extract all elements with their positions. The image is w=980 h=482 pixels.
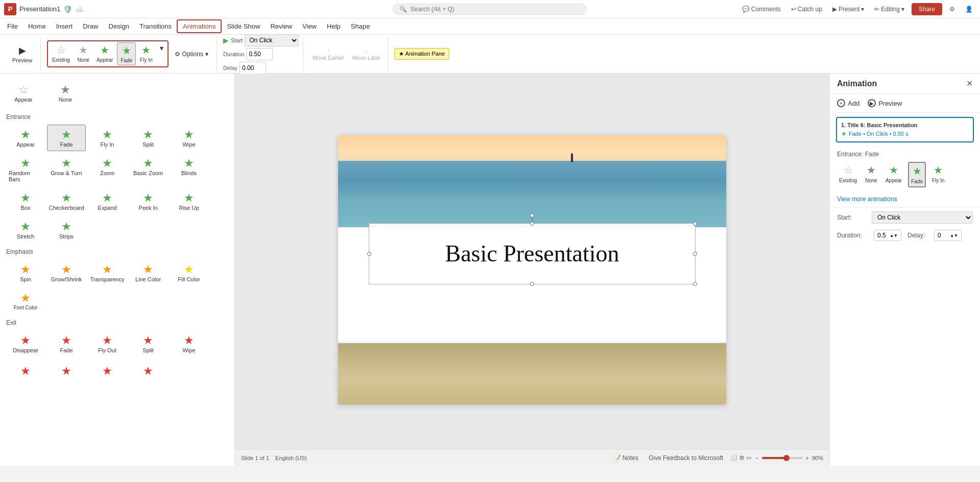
- catchup-button[interactable]: ↩ Catch up: [788, 4, 825, 14]
- anim-strips[interactable]: ★ Strips: [47, 216, 86, 243]
- anim-linecolor[interactable]: ★ Line Color: [129, 259, 168, 286]
- eo-existing[interactable]: ☆ Existing: [837, 162, 859, 187]
- options-btn[interactable]: ⚙ Options ▾: [171, 49, 212, 60]
- anim-zoom[interactable]: ★ Zoom: [88, 153, 127, 186]
- slide-title-text[interactable]: Basic Presentation: [445, 240, 619, 267]
- slide-show-icon[interactable]: ▭: [746, 454, 751, 461]
- menu-slideshow[interactable]: Slide Show: [222, 20, 265, 32]
- menu-animations[interactable]: Animations: [177, 19, 222, 33]
- menu-shape[interactable]: Shape: [346, 20, 375, 32]
- eo-appear[interactable]: ★ Appear: [883, 162, 904, 187]
- menu-insert[interactable]: Insert: [51, 20, 78, 32]
- notes-btn[interactable]: 📝 Notes: [610, 453, 641, 463]
- duration-spinner[interactable]: ▲▼: [890, 233, 898, 238]
- animation-pane-btn[interactable]: ★ Animation Pane: [394, 48, 449, 60]
- start-select[interactable]: On Click With Previous After Previous: [245, 34, 299, 46]
- menu-file[interactable]: File: [2, 20, 23, 32]
- duration-input[interactable]: [246, 48, 273, 60]
- handle-bottom[interactable]: [530, 282, 534, 286]
- zoom-in-icon[interactable]: +: [806, 455, 809, 461]
- present-button[interactable]: ▶ Present ▾: [829, 4, 867, 14]
- search-bar[interactable]: 🔍: [393, 4, 587, 15]
- flyin-btn[interactable]: ★ Fly In: [137, 42, 155, 65]
- anim-growshrink[interactable]: ★ Grow/Shrink: [47, 259, 86, 286]
- anim-wipe[interactable]: ★ Wipe: [170, 125, 208, 151]
- preview-animation-btn[interactable]: ▶ Preview: [868, 99, 902, 107]
- anim-exit-more2[interactable]: ★: [47, 361, 86, 381]
- handle-tr[interactable]: [693, 222, 697, 226]
- grid-view-icon[interactable]: ⊞: [739, 454, 744, 461]
- anim-exit-split[interactable]: ★ Split: [129, 330, 168, 357]
- anim-fade[interactable]: ★ Fade: [47, 125, 86, 151]
- fade-btn[interactable]: ★ Fade: [117, 42, 136, 65]
- menu-transitions[interactable]: Transitions: [134, 20, 177, 32]
- animation-list-item-1[interactable]: 1. Title 6: Basic Presentation ★ Fade • …: [836, 117, 974, 142]
- anim-box[interactable]: ★ Box: [6, 188, 45, 214]
- anim-none[interactable]: ★ None: [46, 80, 85, 106]
- eo-fade[interactable]: ★ Fade: [908, 162, 926, 187]
- anim-exit-more1[interactable]: ★: [6, 361, 45, 381]
- handle-right[interactable]: [693, 252, 697, 256]
- appear-btn[interactable]: ★ Appear: [93, 42, 116, 65]
- eo-flyin[interactable]: ★ Fly In: [930, 162, 946, 187]
- animation-pane-close[interactable]: ✕: [966, 79, 973, 88]
- share-button[interactable]: Share: [912, 3, 942, 15]
- anim-exit-wipe[interactable]: ★ Wipe: [170, 330, 208, 357]
- eo-none[interactable]: ★ None: [863, 162, 879, 187]
- anim-exit-fade[interactable]: ★ Fade: [47, 330, 86, 357]
- anim-blinds[interactable]: ★ Blinds: [170, 153, 208, 186]
- normal-view-icon[interactable]: ⬜: [730, 454, 737, 461]
- anim-flyin[interactable]: ★ Fly In: [88, 125, 127, 151]
- feedback-btn[interactable]: Give Feedback to Microsoft: [646, 453, 726, 463]
- anim-appear[interactable]: ★ Appear: [6, 125, 45, 151]
- none-btn[interactable]: ★ None: [74, 42, 92, 65]
- delay-input[interactable]: [240, 62, 266, 74]
- move-later-btn[interactable]: ↓ Move Later: [349, 46, 384, 62]
- anim-riseup[interactable]: ★ Rise Up: [170, 188, 208, 214]
- existing-btn[interactable]: ☆ Existing: [49, 42, 73, 65]
- anim-checkerboard[interactable]: ★ Checkerboard: [47, 188, 86, 214]
- move-earlier-btn[interactable]: ↑ Move Earlier: [309, 46, 347, 62]
- anim-exit-more3[interactable]: ★: [88, 361, 127, 381]
- rotation-handle[interactable]: [530, 213, 534, 221]
- anim-spin[interactable]: ★ Spin: [6, 259, 45, 286]
- anim-expand[interactable]: ★ Expand: [88, 188, 127, 214]
- zoom-out-icon[interactable]: −: [755, 455, 758, 461]
- menu-design[interactable]: Design: [104, 20, 134, 32]
- editing-button[interactable]: ✏ Editing ▾: [871, 4, 907, 14]
- user-button[interactable]: 👤: [962, 4, 976, 14]
- menu-view[interactable]: View: [297, 20, 322, 32]
- more-animations-btn[interactable]: ▾: [157, 42, 166, 65]
- menu-home[interactable]: Home: [23, 20, 51, 32]
- menu-draw[interactable]: Draw: [78, 20, 103, 32]
- menu-review[interactable]: Review: [265, 20, 297, 32]
- zoom-slider[interactable]: [762, 457, 803, 459]
- view-more-link[interactable]: View more animations: [837, 196, 897, 203]
- delay-setting-input[interactable]: 0 ▲▼: [934, 230, 962, 241]
- handle-left[interactable]: [367, 252, 371, 256]
- anim-disappear[interactable]: ★ Disappear: [6, 330, 45, 357]
- anim-fontcolor[interactable]: ★ Font Color: [6, 288, 45, 314]
- anim-fillcolor[interactable]: ★ Fill Color: [170, 259, 208, 286]
- zoom-thumb[interactable]: [783, 455, 790, 461]
- text-box[interactable]: Basic Presentation: [369, 223, 696, 284]
- anim-basiczoom[interactable]: ★ Basic Zoom: [129, 153, 168, 186]
- anim-existing[interactable]: ☆ Appear: [4, 80, 43, 106]
- handle-br[interactable]: [693, 282, 697, 286]
- delay-spinner[interactable]: ▲▼: [950, 233, 958, 238]
- settings-button[interactable]: ⚙: [946, 4, 958, 14]
- duration-setting-input[interactable]: 0.5 ▲▼: [874, 230, 901, 241]
- anim-flyout[interactable]: ★ Fly Out: [88, 330, 127, 357]
- menu-help[interactable]: Help: [322, 20, 346, 32]
- anim-transparency[interactable]: ★ Transparency: [88, 259, 127, 286]
- start-setting-select[interactable]: On Click With Previous After Previous: [872, 211, 973, 224]
- anim-exit-more4[interactable]: ★: [129, 361, 168, 381]
- comments-button[interactable]: 💬 Comments: [739, 4, 784, 14]
- handle-top[interactable]: [530, 222, 534, 226]
- add-animation-btn[interactable]: + Add: [837, 99, 859, 107]
- anim-split[interactable]: ★ Split: [129, 125, 168, 151]
- anim-stretch[interactable]: ★ Stretch: [6, 216, 45, 243]
- anim-peekin[interactable]: ★ Peek In: [129, 188, 168, 214]
- preview-button[interactable]: ▶ Preview: [8, 43, 36, 65]
- search-input[interactable]: [410, 6, 580, 13]
